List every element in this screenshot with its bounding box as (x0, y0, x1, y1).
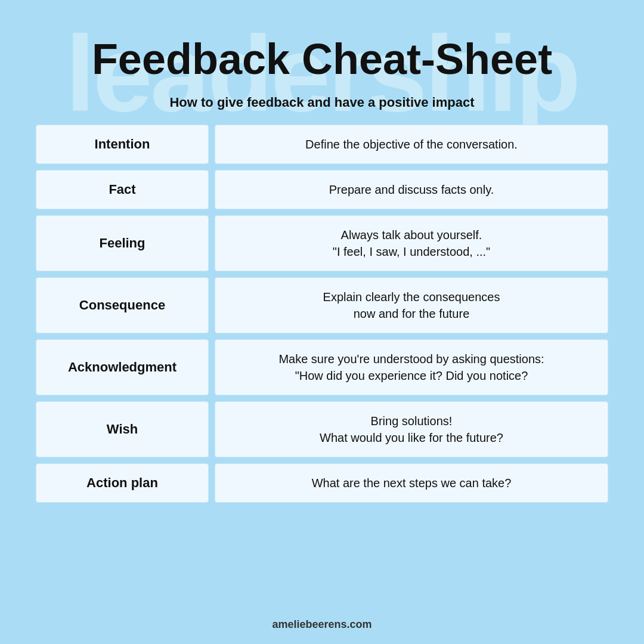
page-title: Feedback Cheat-Sheet (92, 36, 552, 83)
table-row: FeelingAlways talk about yourself. "I fe… (36, 215, 608, 271)
page-subtitle: How to give feedback and have a positive… (169, 95, 474, 110)
footer-text: ameliebeerens.com (272, 618, 371, 631)
row-description: Bring solutions! What would you like for… (215, 401, 608, 457)
table-row: ConsequenceExplain clearly the consequen… (36, 277, 608, 333)
row-label: Consequence (36, 277, 209, 333)
table-row: FactPrepare and discuss facts only. (36, 170, 608, 209)
row-description: Define the objective of the conversation… (215, 125, 608, 164)
row-label: Fact (36, 170, 209, 209)
row-description: Prepare and discuss facts only. (215, 170, 608, 209)
row-label: Acknowledgment (36, 339, 209, 395)
cheatsheet-table: IntentionDefine the objective of the con… (36, 125, 608, 509)
row-label: Feeling (36, 215, 209, 271)
row-description: What are the next steps we can take? (215, 463, 608, 503)
table-row: Action planWhat are the next steps we ca… (36, 463, 608, 503)
row-description: Make sure you're understood by asking qu… (215, 339, 608, 395)
table-row: WishBring solutions! What would you like… (36, 401, 608, 457)
table-row: AcknowledgmentMake sure you're understoo… (36, 339, 608, 395)
row-description: Always talk about yourself. "I feel, I s… (215, 215, 608, 271)
table-row: IntentionDefine the objective of the con… (36, 125, 608, 164)
row-label: Action plan (36, 463, 209, 503)
row-label: Intention (36, 125, 209, 164)
row-label: Wish (36, 401, 209, 457)
row-description: Explain clearly the consequences now and… (215, 277, 608, 333)
